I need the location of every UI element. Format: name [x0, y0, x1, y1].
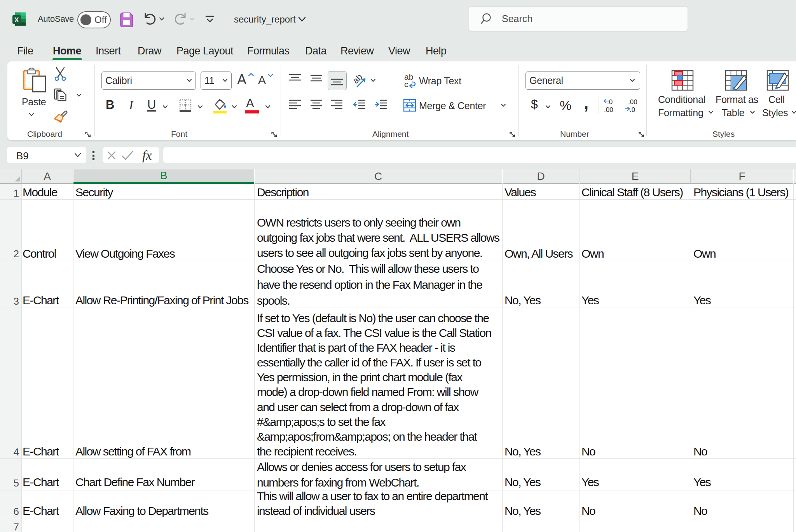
svg-text:c: c — [404, 80, 408, 88]
svg-text:.00: .00 — [628, 98, 637, 106]
svg-text:.00: .00 — [604, 106, 613, 113]
svg-text:X: X — [14, 16, 19, 24]
svg-text:.0: .0 — [607, 98, 613, 106]
svg-text:.0: .0 — [630, 106, 635, 113]
